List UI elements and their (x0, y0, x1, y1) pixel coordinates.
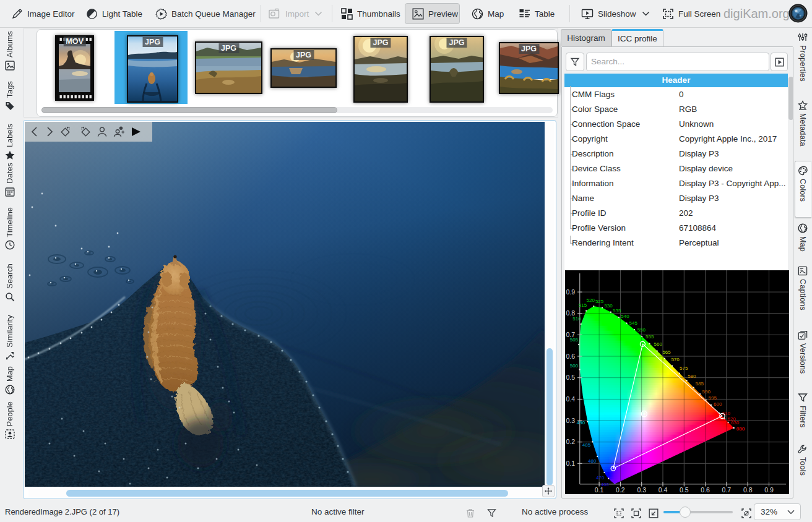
svg-text:0.7: 0.7 (722, 486, 732, 494)
svg-text:575: 575 (680, 366, 688, 371)
svg-text:550: 550 (637, 327, 646, 333)
svg-text:580: 580 (688, 374, 696, 379)
svg-text:700: 700 (736, 426, 745, 432)
svg-text:630: 630 (731, 420, 740, 426)
svg-text:545: 545 (629, 320, 638, 326)
svg-text:490: 490 (577, 420, 585, 426)
svg-text:0.8: 0.8 (743, 486, 753, 494)
svg-text:560: 560 (654, 341, 663, 347)
svg-text:530: 530 (604, 303, 613, 309)
svg-text:585: 585 (696, 381, 704, 387)
svg-text:525: 525 (595, 299, 604, 304)
svg-text:600: 600 (714, 401, 722, 407)
svg-text:565: 565 (662, 349, 671, 355)
svg-text:0.1: 0.1 (566, 460, 575, 467)
svg-text:570: 570 (671, 357, 680, 362)
svg-text:0.6: 0.6 (566, 353, 575, 360)
svg-text:555: 555 (646, 334, 654, 340)
svg-text:0.5: 0.5 (566, 374, 575, 381)
svg-text:510: 510 (572, 316, 581, 322)
svg-text:0.6: 0.6 (701, 486, 710, 494)
svg-text:0.2: 0.2 (566, 438, 575, 445)
svg-text:485: 485 (582, 442, 591, 448)
svg-text:0.1: 0.1 (595, 486, 604, 494)
svg-text:520: 520 (587, 297, 595, 303)
svg-text:470: 470 (596, 475, 605, 481)
svg-text:500: 500 (570, 363, 579, 369)
svg-text:0.4: 0.4 (566, 395, 575, 403)
svg-text:540: 540 (621, 314, 629, 319)
svg-text:0.9: 0.9 (764, 486, 774, 494)
svg-text:0.9: 0.9 (566, 288, 575, 296)
svg-text:460: 460 (601, 482, 610, 487)
svg-text:590: 590 (702, 389, 711, 395)
svg-text:0.3: 0.3 (566, 417, 575, 424)
svg-text:0.5: 0.5 (680, 486, 689, 494)
svg-text:0.4: 0.4 (659, 486, 668, 494)
svg-text:480: 480 (588, 458, 597, 464)
svg-text:505: 505 (570, 337, 579, 343)
svg-text:0.2: 0.2 (616, 486, 625, 494)
svg-text:0.3: 0.3 (637, 486, 646, 494)
svg-text:595: 595 (709, 395, 717, 401)
svg-text:535: 535 (613, 308, 621, 314)
svg-text:515: 515 (579, 302, 587, 308)
